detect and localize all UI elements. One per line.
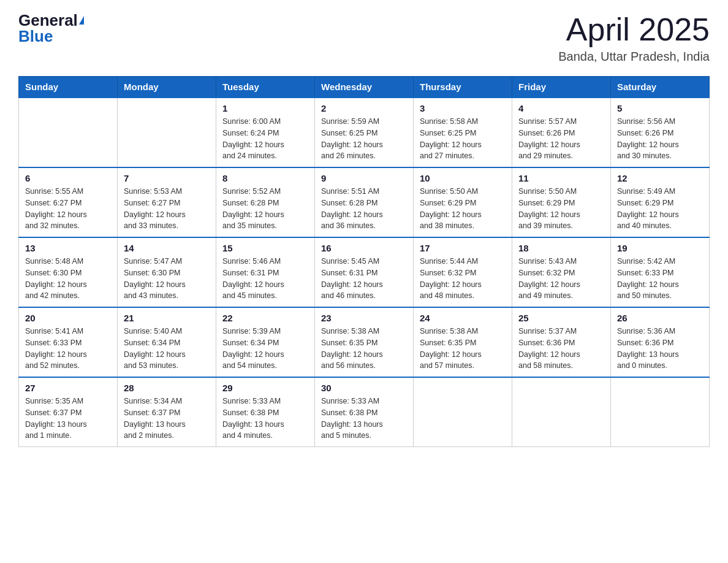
day-number: 17 <box>420 243 506 253</box>
day-number: 21 <box>124 313 210 323</box>
day-number: 13 <box>25 243 111 253</box>
calendar-cell-w2-d2: 8Sunrise: 5:52 AMSunset: 6:28 PMDaylight… <box>216 167 315 237</box>
calendar-cell-w4-d5: 25Sunrise: 5:37 AMSunset: 6:36 PMDayligh… <box>512 307 611 377</box>
month-year-title: April 2025 <box>558 12 710 47</box>
calendar-cell-w5-d0: 27Sunrise: 5:35 AMSunset: 6:37 PMDayligh… <box>19 377 118 447</box>
day-number: 28 <box>124 383 210 393</box>
title-area: April 2025 Banda, Uttar Pradesh, India <box>558 12 710 64</box>
calendar-cell-w3-d3: 16Sunrise: 5:45 AMSunset: 6:31 PMDayligh… <box>315 237 414 307</box>
calendar-cell-w1-d5: 4Sunrise: 5:57 AMSunset: 6:26 PMDaylight… <box>512 98 611 167</box>
calendar-cell-w3-d1: 14Sunrise: 5:47 AMSunset: 6:30 PMDayligh… <box>118 237 216 307</box>
week-row-1: 1Sunrise: 6:00 AMSunset: 6:24 PMDaylight… <box>19 98 710 167</box>
day-number: 19 <box>617 243 703 253</box>
header-wednesday: Wednesday <box>315 77 414 98</box>
day-number: 4 <box>518 103 604 113</box>
week-row-3: 13Sunrise: 5:48 AMSunset: 6:30 PMDayligh… <box>19 237 710 307</box>
calendar-cell-w5-d6 <box>611 377 710 447</box>
week-row-5: 27Sunrise: 5:35 AMSunset: 6:37 PMDayligh… <box>19 377 710 447</box>
calendar-cell-w5-d2: 29Sunrise: 5:33 AMSunset: 6:38 PMDayligh… <box>216 377 315 447</box>
calendar-cell-w2-d4: 10Sunrise: 5:50 AMSunset: 6:29 PMDayligh… <box>414 167 512 237</box>
calendar-cell-w5-d4 <box>414 377 512 447</box>
day-number: 25 <box>518 313 604 323</box>
day-number: 14 <box>124 243 210 253</box>
day-info: Sunrise: 5:41 AMSunset: 6:33 PMDaylight:… <box>25 326 111 372</box>
day-info: Sunrise: 5:57 AMSunset: 6:26 PMDaylight:… <box>518 116 604 162</box>
day-info: Sunrise: 5:37 AMSunset: 6:36 PMDaylight:… <box>518 326 604 372</box>
day-number: 1 <box>222 103 308 113</box>
day-number: 20 <box>25 313 111 323</box>
day-info: Sunrise: 5:39 AMSunset: 6:34 PMDaylight:… <box>222 326 308 372</box>
calendar-cell-w3-d5: 18Sunrise: 5:43 AMSunset: 6:32 PMDayligh… <box>512 237 611 307</box>
calendar-cell-w2-d5: 11Sunrise: 5:50 AMSunset: 6:29 PMDayligh… <box>512 167 611 237</box>
day-number: 3 <box>420 103 506 113</box>
day-number: 23 <box>321 313 407 323</box>
logo-general: General <box>18 12 84 28</box>
header-saturday: Saturday <box>611 77 710 98</box>
calendar-cell-w4-d6: 26Sunrise: 5:36 AMSunset: 6:36 PMDayligh… <box>611 307 710 377</box>
day-info: Sunrise: 5:50 AMSunset: 6:29 PMDaylight:… <box>420 186 506 232</box>
day-number: 9 <box>321 173 407 183</box>
day-number: 8 <box>222 173 308 183</box>
calendar-cell-w4-d2: 22Sunrise: 5:39 AMSunset: 6:34 PMDayligh… <box>216 307 315 377</box>
day-number: 15 <box>222 243 308 253</box>
calendar-cell-w3-d0: 13Sunrise: 5:48 AMSunset: 6:30 PMDayligh… <box>19 237 118 307</box>
header-tuesday: Tuesday <box>216 77 315 98</box>
calendar-cell-w1-d0 <box>19 98 118 167</box>
day-info: Sunrise: 5:36 AMSunset: 6:36 PMDaylight:… <box>617 326 703 372</box>
day-info: Sunrise: 5:53 AMSunset: 6:27 PMDaylight:… <box>124 186 210 232</box>
calendar-cell-w2-d6: 12Sunrise: 5:49 AMSunset: 6:29 PMDayligh… <box>611 167 710 237</box>
day-info: Sunrise: 5:40 AMSunset: 6:34 PMDaylight:… <box>124 326 210 372</box>
calendar-cell-w3-d6: 19Sunrise: 5:42 AMSunset: 6:33 PMDayligh… <box>611 237 710 307</box>
calendar-cell-w1-d3: 2Sunrise: 5:59 AMSunset: 6:25 PMDaylight… <box>315 98 414 167</box>
calendar-cell-w4-d4: 24Sunrise: 5:38 AMSunset: 6:35 PMDayligh… <box>414 307 512 377</box>
day-number: 10 <box>420 173 506 183</box>
day-info: Sunrise: 5:46 AMSunset: 6:31 PMDaylight:… <box>222 256 308 302</box>
day-info: Sunrise: 5:33 AMSunset: 6:38 PMDaylight:… <box>222 396 308 442</box>
calendar-cell-w4-d1: 21Sunrise: 5:40 AMSunset: 6:34 PMDayligh… <box>118 307 216 377</box>
calendar-cell-w2-d1: 7Sunrise: 5:53 AMSunset: 6:27 PMDaylight… <box>118 167 216 237</box>
day-number: 12 <box>617 173 703 183</box>
calendar-cell-w1-d4: 3Sunrise: 5:58 AMSunset: 6:25 PMDaylight… <box>414 98 512 167</box>
calendar-cell-w4-d3: 23Sunrise: 5:38 AMSunset: 6:35 PMDayligh… <box>315 307 414 377</box>
day-info: Sunrise: 5:58 AMSunset: 6:25 PMDaylight:… <box>420 116 506 162</box>
header-monday: Monday <box>118 77 216 98</box>
calendar-cell-w1-d6: 5Sunrise: 5:56 AMSunset: 6:26 PMDaylight… <box>611 98 710 167</box>
location-subtitle: Banda, Uttar Pradesh, India <box>558 50 710 64</box>
day-number: 30 <box>321 383 407 393</box>
day-info: Sunrise: 5:42 AMSunset: 6:33 PMDaylight:… <box>617 256 703 302</box>
day-info: Sunrise: 5:47 AMSunset: 6:30 PMDaylight:… <box>124 256 210 302</box>
week-row-2: 6Sunrise: 5:55 AMSunset: 6:27 PMDaylight… <box>19 167 710 237</box>
logo-blue-text: Blue <box>18 28 53 44</box>
calendar-cell-w5-d3: 30Sunrise: 5:33 AMSunset: 6:38 PMDayligh… <box>315 377 414 447</box>
day-info: Sunrise: 5:34 AMSunset: 6:37 PMDaylight:… <box>124 396 210 442</box>
day-number: 11 <box>518 173 604 183</box>
calendar-cell-w3-d2: 15Sunrise: 5:46 AMSunset: 6:31 PMDayligh… <box>216 237 315 307</box>
day-info: Sunrise: 5:52 AMSunset: 6:28 PMDaylight:… <box>222 186 308 232</box>
day-info: Sunrise: 5:38 AMSunset: 6:35 PMDaylight:… <box>321 326 407 372</box>
day-number: 24 <box>420 313 506 323</box>
day-number: 18 <box>518 243 604 253</box>
day-number: 26 <box>617 313 703 323</box>
day-info: Sunrise: 5:51 AMSunset: 6:28 PMDaylight:… <box>321 186 407 232</box>
day-info: Sunrise: 5:38 AMSunset: 6:35 PMDaylight:… <box>420 326 506 372</box>
calendar-cell-w1-d1 <box>118 98 216 167</box>
day-info: Sunrise: 5:59 AMSunset: 6:25 PMDaylight:… <box>321 116 407 162</box>
calendar-cell-w3-d4: 17Sunrise: 5:44 AMSunset: 6:32 PMDayligh… <box>414 237 512 307</box>
header-sunday: Sunday <box>19 77 118 98</box>
day-info: Sunrise: 5:33 AMSunset: 6:38 PMDaylight:… <box>321 396 407 442</box>
logo: General Blue <box>18 12 84 44</box>
day-info: Sunrise: 5:48 AMSunset: 6:30 PMDaylight:… <box>25 256 111 302</box>
day-info: Sunrise: 5:55 AMSunset: 6:27 PMDaylight:… <box>25 186 111 232</box>
header-friday: Friday <box>512 77 611 98</box>
day-number: 2 <box>321 103 407 113</box>
day-info: Sunrise: 5:35 AMSunset: 6:37 PMDaylight:… <box>25 396 111 442</box>
calendar-cell-w5-d1: 28Sunrise: 5:34 AMSunset: 6:37 PMDayligh… <box>118 377 216 447</box>
day-number: 5 <box>617 103 703 113</box>
calendar-cell-w1-d2: 1Sunrise: 6:00 AMSunset: 6:24 PMDaylight… <box>216 98 315 167</box>
day-number: 22 <box>222 313 308 323</box>
day-info: Sunrise: 5:44 AMSunset: 6:32 PMDaylight:… <box>420 256 506 302</box>
day-info: Sunrise: 6:00 AMSunset: 6:24 PMDaylight:… <box>222 116 308 162</box>
day-number: 16 <box>321 243 407 253</box>
calendar-cell-w5-d5 <box>512 377 611 447</box>
day-info: Sunrise: 5:43 AMSunset: 6:32 PMDaylight:… <box>518 256 604 302</box>
